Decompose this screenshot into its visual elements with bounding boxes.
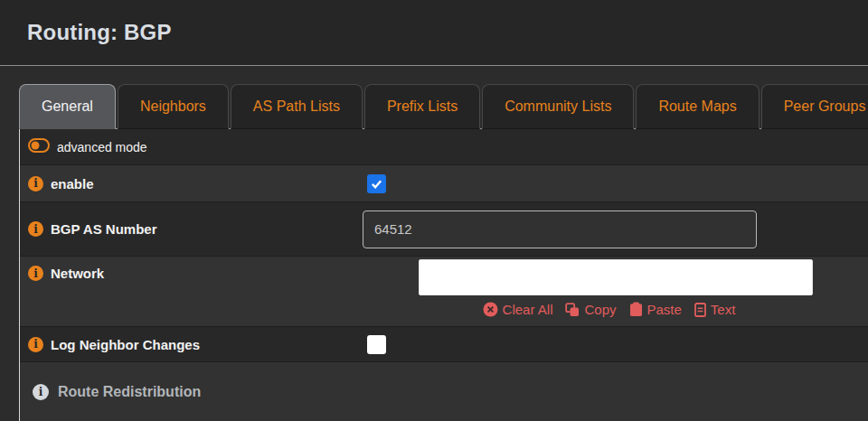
copy-button[interactable]: Copy: [565, 302, 616, 317]
tab-as-path-lists[interactable]: AS Path Lists: [231, 84, 363, 129]
clear-all-label: Clear All: [503, 302, 553, 317]
page-header: Routing: BGP: [0, 0, 868, 66]
copy-label: Copy: [584, 302, 616, 317]
checkmark-icon: [371, 178, 382, 190]
route-redistribution-row: Route Redistribution: [20, 361, 868, 421]
network-label: Network: [51, 266, 104, 281]
enable-row: enable: [20, 164, 868, 201]
tab-neighbors[interactable]: Neighbors: [118, 84, 229, 129]
enable-checkbox[interactable]: [367, 174, 386, 193]
bgp-as-number-input[interactable]: [363, 210, 757, 248]
tab-route-maps[interactable]: Route Maps: [636, 84, 759, 129]
network-actions: Clear All Copy: [483, 302, 749, 317]
circle-x-icon: [483, 302, 498, 317]
tab-prefix-lists[interactable]: Prefix Lists: [364, 84, 480, 129]
info-circle-icon[interactable]: [28, 221, 43, 237]
advanced-mode-label: advanced mode: [57, 140, 147, 154]
paste-button[interactable]: Paste: [629, 302, 682, 317]
network-row: Network Clear All: [20, 256, 868, 326]
page-title: Routing: BGP: [27, 20, 172, 45]
advanced-mode-toggle[interactable]: advanced mode: [20, 138, 363, 156]
copy-icon: [565, 303, 580, 317]
tab-peer-groups[interactable]: Peer Groups: [761, 84, 868, 129]
info-circle-icon[interactable]: [28, 176, 43, 192]
clear-all-button[interactable]: Clear All: [483, 302, 553, 317]
log-neighbor-changes-label: Log Neighbor Changes: [51, 337, 200, 352]
tab-bar: General Neighbors AS Path Lists Prefix L…: [19, 84, 868, 129]
log-neighbor-changes-checkbox[interactable]: [367, 335, 386, 354]
info-circle-icon[interactable]: [28, 266, 43, 281]
enable-label: enable: [51, 176, 94, 192]
tab-general[interactable]: General: [19, 84, 116, 129]
bgp-as-number-row: BGP AS Number: [20, 201, 868, 256]
log-neighbor-changes-row: Log Neighbor Changes: [20, 326, 868, 361]
text-label: Text: [711, 302, 736, 317]
settings-table: advanced mode enable BGP AS Number Netwo: [19, 129, 868, 421]
file-text-icon: [694, 303, 706, 317]
toggle-icon: [28, 138, 50, 156]
route-redistribution-label: Route Redistribution: [58, 384, 201, 400]
advanced-mode-row: advanced mode: [20, 129, 868, 164]
info-circle-gray-icon[interactable]: [33, 384, 49, 400]
paste-label: Paste: [647, 302, 682, 317]
info-circle-icon[interactable]: [28, 337, 43, 352]
tab-community-lists[interactable]: Community Lists: [482, 84, 634, 129]
paste-icon: [629, 302, 643, 317]
text-button[interactable]: Text: [694, 302, 736, 317]
bgp-as-number-label: BGP AS Number: [51, 221, 157, 237]
network-input[interactable]: [419, 259, 813, 295]
